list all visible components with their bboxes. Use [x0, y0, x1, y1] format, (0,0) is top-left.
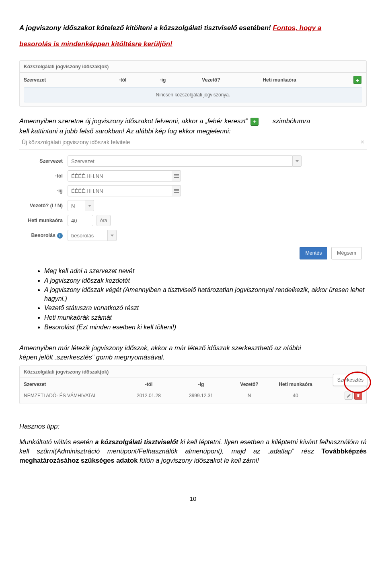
th-ig: -ig — [175, 381, 227, 388]
periods-panel-filled: Közszolgálati jogviszony időszak(ok) Sze… — [19, 365, 367, 404]
th-tol: -tól — [123, 381, 175, 388]
pencil-icon — [347, 394, 351, 398]
para2-a: Amennyiben már létezik jogviszony idősza… — [19, 343, 367, 352]
label-szervezet: Szervezet — [19, 158, 68, 165]
th-szervezet: Szervezet — [22, 77, 103, 83]
th-ig: -ig — [143, 77, 183, 83]
table-row: NEMZETI ADÓ- ÉS VÁMHIVATAL 2012.01.28 39… — [20, 389, 366, 402]
tip-a: Munkáltató váltás esetén — [19, 438, 95, 445]
th-vezeto: Vezető? — [183, 77, 239, 83]
th-szervezet: Szervezet — [22, 381, 123, 388]
tip-e: fülön a jogviszony időszakot le kell zár… — [138, 457, 259, 464]
tip-b: a közszolgálati tisztviselőt — [95, 438, 178, 445]
save-button[interactable]: Mentés — [300, 247, 327, 259]
th-tol: -tól — [103, 77, 143, 83]
input-vezeto[interactable] — [68, 200, 85, 211]
plus-icon-inline: + — [250, 118, 259, 126]
list-item: Vezető státuszra vonatkozó részt — [44, 304, 367, 312]
vezeto-dropdown-caret[interactable] — [85, 200, 94, 211]
warning-text-b: Fontos, hogy a — [273, 24, 321, 32]
edit-tooltip: Szerkesztés — [333, 374, 368, 386]
list-item: Besorolást (Ezt minden esetben ki kell t… — [44, 323, 367, 332]
label-vezeto: Vezető? (I / N) — [19, 202, 68, 209]
close-icon[interactable]: × — [361, 138, 364, 147]
th-vezeto: Vezető? — [227, 381, 271, 388]
row-besorolas: Besorolási — [19, 230, 367, 241]
input-heti[interactable] — [68, 215, 93, 226]
input-ig[interactable] — [68, 185, 172, 196]
label-tol: -tól — [19, 173, 68, 180]
edit-instruction: Amennyiben már létezik jogviszony idősza… — [19, 343, 367, 361]
warning-line-2: besorolás is mindenképpen kitöltésre ker… — [19, 40, 367, 49]
menu-icon — [174, 174, 179, 178]
cell-ig: 3999.12.31 — [175, 392, 227, 399]
szervezet-dropdown-caret[interactable] — [293, 155, 302, 167]
edit-button[interactable] — [345, 392, 353, 400]
cell-tol: 2012.01.28 — [123, 392, 175, 399]
periods-panel-empty: Közszolgálati jogviszony időszak(ok) Sze… — [19, 60, 367, 107]
chevron-down-icon — [88, 205, 91, 207]
row-tol: -tól — [19, 170, 367, 182]
dialog-buttons: Mentés Mégsem — [19, 245, 367, 259]
cancel-button[interactable]: Mégsem — [331, 247, 362, 259]
tol-datepicker-button[interactable] — [172, 170, 181, 182]
para2-b: képen jelölt „szerkesztés” gomb megnyomá… — [19, 353, 367, 361]
info-icon[interactable]: i — [57, 233, 63, 239]
ig-datepicker-button[interactable] — [172, 185, 181, 196]
label-besorolas-text: Besorolás — [31, 233, 55, 238]
input-szervezet[interactable] — [68, 155, 293, 167]
cell-vezeto: N — [227, 392, 271, 399]
dialog-divider — [19, 149, 367, 150]
instruction-paragraph-2: kell kattintani a jobb felső sarokban! A… — [19, 127, 367, 135]
list-item: Heti munkaórák számát — [44, 313, 367, 322]
cell-szervezet: NEMZETI ADÓ- ÉS VÁMHIVATAL — [22, 392, 123, 399]
row-heti: Heti munkaóra óra — [19, 215, 367, 226]
heti-unit: óra — [96, 215, 111, 226]
th-heti: Heti munkaóra — [239, 77, 320, 83]
input-tol[interactable] — [68, 170, 172, 182]
new-period-dialog: Új közszolgálati jogviszony időszak felv… — [19, 138, 367, 259]
menu-icon — [174, 188, 179, 193]
cell-heti: 40 — [271, 392, 320, 399]
list-item: Meg kell adni a szervezet nevét — [44, 267, 367, 276]
besorolas-dropdown-caret[interactable] — [108, 230, 117, 241]
warning-line-1: A jogviszony időszakot kötelező kitölten… — [19, 24, 367, 33]
input-besorolas[interactable] — [68, 230, 108, 241]
row-szervezet: Szervezet — [19, 155, 367, 167]
table-header-row: Szervezet -tól -ig Vezető? Heti munkaóra — [20, 378, 366, 389]
label-heti: Heti munkaóra — [19, 217, 68, 224]
trash-icon — [356, 394, 360, 398]
delete-button[interactable] — [354, 392, 362, 400]
tip-heading: Hasznos tipp: — [19, 422, 367, 431]
instr-b: szimbólumra — [273, 117, 310, 125]
row-vezeto: Vezető? (I / N) — [19, 200, 367, 211]
list-item: A jogviszony időszak kezdetét — [44, 276, 367, 285]
chevron-down-icon — [111, 235, 114, 237]
label-besorolas: Besorolási — [19, 232, 68, 239]
th-add: + — [320, 76, 364, 84]
warning-text-a: A jogviszony időszakot kötelező kitölten… — [19, 24, 273, 32]
instruction-paragraph: Amennyiben szeretne új jogviszony idősza… — [19, 116, 367, 126]
panel-title: Közszolgálati jogviszony időszak(ok) — [20, 366, 366, 375]
requirements-list: Meg kell adni a szervezet nevét A jogvis… — [19, 267, 367, 331]
row-actions — [320, 392, 364, 400]
list-item: A jogviszony időszak végét (Amennyiben a… — [44, 286, 367, 303]
dialog-title: Új közszolgálati jogviszony időszak felv… — [19, 138, 367, 149]
panel-title: Közszolgálati jogviszony időszak(ok) — [20, 61, 366, 70]
row-ig: -ig — [19, 185, 367, 196]
page-number: 10 — [19, 495, 367, 503]
add-period-button[interactable]: + — [353, 76, 361, 84]
empty-state: Nincsen közszolgálati jogviszonya. — [24, 87, 362, 102]
instr-a: Amennyiben szeretne új jogviszony idősza… — [19, 117, 248, 125]
th-heti: Heti munkaóra — [271, 381, 320, 388]
label-ig: -ig — [19, 188, 68, 194]
table-header-row: Szervezet -tól -ig Vezető? Heti munkaóra… — [20, 73, 366, 86]
chevron-down-icon — [296, 160, 299, 162]
tip-body: Munkáltató váltás esetén a közszolgálati… — [19, 437, 367, 465]
